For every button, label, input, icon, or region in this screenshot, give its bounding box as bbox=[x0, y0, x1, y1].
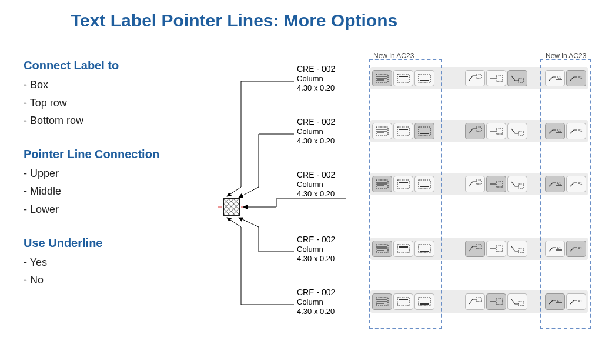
option-item: - Box bbox=[24, 76, 200, 94]
svg-rect-72 bbox=[496, 299, 503, 305]
label-line3: 4.30 x 0.20 bbox=[297, 189, 335, 198]
svg-rect-30 bbox=[496, 128, 503, 134]
section-connect-label: Connect Label to - Box - Top row - Botto… bbox=[24, 59, 200, 130]
label-line1: CRE - 002 bbox=[297, 288, 336, 297]
middle-icon bbox=[488, 178, 504, 190]
section-heading: Pointer Line Connection bbox=[24, 148, 200, 161]
svg-rect-58 bbox=[496, 246, 503, 252]
lower-icon bbox=[509, 243, 526, 255]
pointer-connection-group-upper-button[interactable] bbox=[465, 241, 485, 257]
option-text: Box bbox=[30, 79, 48, 91]
pointer-connection-group-upper-button[interactable] bbox=[465, 70, 485, 86]
pointer-connection-group-lower-button[interactable] bbox=[507, 123, 527, 139]
pointer-connection-group-lower-button[interactable] bbox=[507, 293, 527, 310]
svg-rect-71 bbox=[476, 298, 481, 302]
label-line1: CRE - 002 bbox=[297, 170, 336, 179]
label-block: CRE - 002 Column 4.30 x 0.20 bbox=[239, 218, 336, 263]
svg-rect-57 bbox=[476, 245, 481, 249]
option-item: - Top row bbox=[24, 94, 200, 112]
svg-rect-3 bbox=[223, 199, 240, 215]
label-line1: CRE - 002 bbox=[297, 117, 336, 126]
label-line3: 4.30 x 0.20 bbox=[297, 307, 335, 316]
label-line3: 4.30 x 0.20 bbox=[297, 84, 335, 92]
label-line2: Column bbox=[297, 298, 323, 306]
label-line2: Column bbox=[297, 127, 323, 136]
pointer-connection-group-upper-button[interactable] bbox=[465, 123, 485, 139]
option-item: - Lower bbox=[24, 201, 200, 219]
svg-rect-17 bbox=[519, 78, 524, 82]
svg-rect-59 bbox=[519, 249, 524, 253]
new-callout-box bbox=[540, 59, 591, 329]
option-text: Upper bbox=[30, 168, 59, 179]
option-text: Top row bbox=[30, 97, 67, 109]
pointer-line bbox=[239, 218, 294, 252]
page-title: Text Label Pointer Lines: More Options bbox=[71, 11, 397, 31]
label-block: CRE - 002 Column 4.30 x 0.20 bbox=[227, 218, 336, 316]
pointer-connection-group-upper-button[interactable] bbox=[465, 176, 485, 192]
pointer-connection-group bbox=[457, 293, 527, 310]
label-line3: 4.30 x 0.20 bbox=[297, 254, 335, 263]
pointer-connection-group bbox=[457, 123, 527, 139]
pointer-line bbox=[227, 81, 294, 196]
pointer-connection-group-middle-button[interactable] bbox=[486, 293, 506, 310]
pointer-line bbox=[239, 134, 294, 198]
section-heading: Use Underline bbox=[24, 236, 200, 250]
pointer-connection-group-lower-button[interactable] bbox=[507, 176, 527, 192]
pointer-connection-group-middle-button[interactable] bbox=[486, 241, 506, 257]
option-text: Lower bbox=[30, 203, 59, 215]
upper-icon bbox=[467, 178, 483, 190]
pointer-line bbox=[243, 199, 294, 207]
pointer-connection-group bbox=[457, 70, 527, 86]
options-list: Connect Label to - Box - Top row - Botto… bbox=[24, 59, 200, 289]
upper-icon bbox=[467, 72, 483, 84]
upper-icon bbox=[467, 296, 483, 308]
pointer-connection-group-upper-button[interactable] bbox=[465, 293, 485, 310]
svg-rect-45 bbox=[519, 184, 524, 188]
label-line1: CRE - 002 bbox=[297, 64, 336, 74]
option-text: Bottom row bbox=[30, 115, 83, 126]
lower-icon bbox=[509, 296, 526, 308]
pointer-connection-group-lower-button[interactable] bbox=[507, 70, 527, 86]
option-text: Yes bbox=[30, 256, 47, 268]
new-callout-box bbox=[369, 59, 442, 329]
column-symbol-icon bbox=[218, 199, 246, 215]
section-heading: Connect Label to bbox=[24, 59, 200, 72]
pointer-connection-group-middle-button[interactable] bbox=[486, 123, 506, 139]
option-text: Middle bbox=[30, 185, 61, 197]
lower-icon bbox=[509, 178, 526, 190]
section-pointer-connection: Pointer Line Connection - Upper - Middle… bbox=[24, 148, 200, 219]
pointer-connection-group-middle-button[interactable] bbox=[486, 176, 506, 192]
lower-icon bbox=[509, 125, 526, 137]
label-line2: Column bbox=[297, 74, 323, 83]
option-item: - No bbox=[24, 271, 200, 289]
svg-rect-31 bbox=[519, 131, 524, 135]
svg-rect-43 bbox=[476, 180, 481, 184]
pointer-connection-group bbox=[457, 241, 527, 257]
svg-rect-29 bbox=[476, 127, 481, 131]
option-item: - Upper bbox=[24, 165, 200, 183]
option-item: - Bottom row bbox=[24, 112, 200, 130]
middle-icon bbox=[488, 243, 504, 255]
svg-rect-15 bbox=[476, 74, 481, 78]
lower-icon bbox=[509, 72, 526, 84]
svg-rect-16 bbox=[496, 75, 503, 81]
pointer-diagram: CRE - 002 Column 4.30 x 0.20 CRE - 002 C… bbox=[206, 52, 367, 346]
option-text: No bbox=[30, 274, 44, 286]
option-item: - Middle bbox=[24, 182, 200, 201]
middle-icon bbox=[488, 125, 504, 137]
pointer-connection-group-lower-button[interactable] bbox=[507, 241, 527, 257]
section-underline: Use Underline - Yes - No bbox=[24, 236, 200, 289]
label-line3: 4.30 x 0.20 bbox=[297, 136, 335, 145]
svg-rect-44 bbox=[496, 181, 503, 187]
pointer-connection-group bbox=[457, 176, 527, 192]
label-line2: Column bbox=[297, 180, 323, 189]
pointer-line bbox=[227, 218, 294, 305]
pointer-connection-group-middle-button[interactable] bbox=[486, 70, 506, 86]
middle-icon bbox=[488, 296, 504, 308]
label-line2: Column bbox=[297, 245, 323, 253]
svg-rect-73 bbox=[519, 302, 524, 306]
upper-icon bbox=[467, 125, 483, 137]
middle-icon bbox=[488, 72, 504, 84]
label-line1: CRE - 002 bbox=[297, 235, 336, 244]
option-item: - Yes bbox=[24, 253, 200, 272]
